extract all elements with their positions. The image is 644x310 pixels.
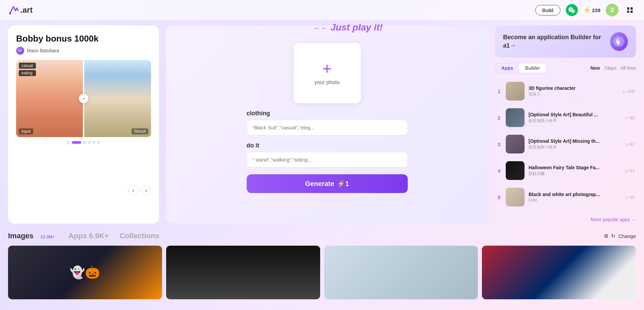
bottom-tab-collections[interactable]: Collections	[119, 232, 159, 240]
grid-thumb-4[interactable]	[482, 246, 636, 299]
app-item[interactable]: 3 [Optional Style Art] Missing th... 創意無…	[495, 131, 636, 157]
do-it-input[interactable]	[247, 152, 408, 168]
change-button[interactable]: ⊞ ↻ Change	[604, 233, 636, 239]
bottom-section: Images 10.3M+ Apps 6.9K+ Collections ⊞ ↻…	[0, 232, 644, 299]
app-author: 創意無限小林哥	[529, 144, 622, 150]
app-plays: ▷ 35	[626, 195, 635, 200]
face-image-left: casual eating	[16, 60, 83, 137]
app-info: [Optional Style Art] Beautiful ... 創意無限小…	[529, 112, 622, 124]
dot-3[interactable]	[83, 141, 86, 144]
dot-5[interactable]	[93, 141, 95, 144]
image-grid: 👻🎃	[8, 246, 636, 299]
app-item[interactable]: 4 Halloween Fairy Tale Stage Fa... 龍鮮貝爾 …	[495, 158, 636, 184]
generator-card: ←← Just play it! + your photo clothing d…	[166, 25, 488, 224]
play-icon: ▷	[626, 168, 629, 173]
nav-arrows: ‹ ›	[128, 185, 151, 195]
ghost-icon: 👻🎃	[8, 246, 162, 299]
logo[interactable]: .art	[8, 5, 33, 15]
lightning-icon: ⚡	[583, 6, 591, 14]
result-label: Result	[132, 128, 148, 134]
do-it-section: do it	[247, 142, 408, 168]
dot-6[interactable]	[97, 141, 100, 144]
bottom-tab-images[interactable]: Images 10.3M+	[8, 232, 58, 240]
logo-text: .art	[20, 5, 33, 15]
face-image-right	[84, 60, 151, 137]
hero-card: Bobby bonus 1000k M Mario Batubara casua…	[8, 25, 159, 224]
promo-banner[interactable]: Become an application Builder for a1→	[495, 25, 636, 58]
app-item[interactable]: 5 Black and white art photograp... Deer …	[495, 184, 636, 210]
promo-text: Become an application Builder for a1→	[503, 33, 610, 50]
refresh-icon: ↻	[611, 233, 615, 239]
app-info: Halloween Fairy Tale Stage Fa... 龍鮮貝爾	[529, 165, 622, 177]
app-thumbnail	[506, 82, 525, 101]
generate-button[interactable]: Generate ⚡1	[247, 174, 408, 193]
time-filters: New 7days All time	[590, 65, 636, 71]
do-it-label: do it	[247, 142, 408, 149]
result-image: Result	[84, 60, 151, 137]
author-name: Mario Batubara	[27, 48, 59, 53]
your-photo-label: your photo	[314, 79, 340, 85]
play-count: 35	[630, 195, 635, 200]
play-count: 61	[630, 142, 635, 147]
filter-alltime[interactable]: All time	[621, 65, 636, 71]
app-item[interactable]: 2 [Optional Style Art] Beautiful ... 創意無…	[495, 105, 636, 131]
app-name: Halloween Fairy Tale Stage Fa...	[529, 165, 622, 170]
logo-icon	[8, 5, 19, 15]
prev-arrow[interactable]: ‹	[128, 185, 138, 195]
input-image: casual eating Input	[16, 60, 83, 137]
next-arrow[interactable]: ›	[141, 185, 151, 195]
dot-4[interactable]	[88, 141, 91, 144]
dot-2-active[interactable]	[72, 141, 81, 144]
photo-upload-box[interactable]: + your photo	[294, 43, 361, 103]
main-content: Bobby bonus 1000k M Mario Batubara casua…	[0, 20, 644, 229]
play-count: 99	[630, 115, 635, 120]
grid-icon[interactable]	[624, 4, 636, 16]
carousel-dots	[16, 141, 151, 144]
app-rank: 3	[496, 141, 502, 147]
grid-thumb-3[interactable]	[324, 246, 478, 299]
lightning-count: 239	[592, 7, 600, 13]
filter-7days[interactable]: 7days	[604, 65, 616, 71]
app-author: 龍鮮貝爾	[529, 171, 622, 177]
app-plays: ▷ 99	[626, 115, 635, 120]
play-icon: ▷	[626, 195, 629, 200]
play-count: 108	[627, 89, 635, 94]
app-author: Deer	[529, 198, 622, 202]
app-rank: 1	[496, 88, 502, 94]
clothing-input[interactable]	[247, 120, 408, 135]
user-avatar[interactable]: 2	[606, 4, 618, 16]
right-panel: Become an application Builder for a1→ Ap…	[495, 25, 636, 224]
clothing-label: clothing	[247, 110, 408, 117]
generate-cost: ⚡1	[337, 180, 349, 188]
app-item[interactable]: 1 3D figurine character 花鱼子 ▷ 108	[495, 78, 636, 104]
bottom-tab-apps[interactable]: Apps 6.9K+	[68, 232, 109, 240]
dot-1[interactable]	[67, 141, 70, 144]
app-author: 創意無限小林哥	[529, 118, 622, 124]
app-thumbnail	[506, 135, 525, 153]
svg-rect-3	[627, 11, 629, 13]
build-button[interactable]: Build	[535, 5, 560, 15]
change-label: Change	[618, 233, 636, 239]
tag-eating: eating	[19, 70, 36, 76]
app-rank: 4	[496, 168, 502, 174]
tab-apps[interactable]: Apps	[495, 63, 519, 73]
tab-builder[interactable]: Builder	[519, 63, 546, 73]
clothing-section: clothing	[247, 110, 408, 135]
promo-icon	[610, 32, 628, 51]
more-popular-apps-link[interactable]: More popular apps →	[495, 215, 636, 224]
bottom-tabs: Images 10.3M+ Apps 6.9K+ Collections ⊞ ↻…	[8, 232, 636, 240]
app-name: 3D figurine character	[529, 85, 619, 91]
grid-thumb-2[interactable]	[166, 246, 320, 299]
svg-rect-1	[627, 7, 629, 10]
app-plays: ▷ 53	[626, 168, 635, 173]
generate-label: Generate	[305, 180, 334, 188]
play-icon: ▷	[623, 89, 626, 94]
grid-thumb-1[interactable]: 👻🎃	[8, 246, 162, 299]
tabs-row: Apps Builder New 7days All time	[495, 63, 636, 73]
svg-rect-2	[631, 7, 633, 10]
filter-new[interactable]: New	[590, 65, 600, 71]
wechat-icon[interactable]	[566, 4, 578, 16]
app-thumbnail	[506, 188, 525, 206]
lightning-badge: ⚡ 239	[583, 6, 600, 14]
just-play-it-text: ←← Just play it!	[313, 22, 383, 33]
